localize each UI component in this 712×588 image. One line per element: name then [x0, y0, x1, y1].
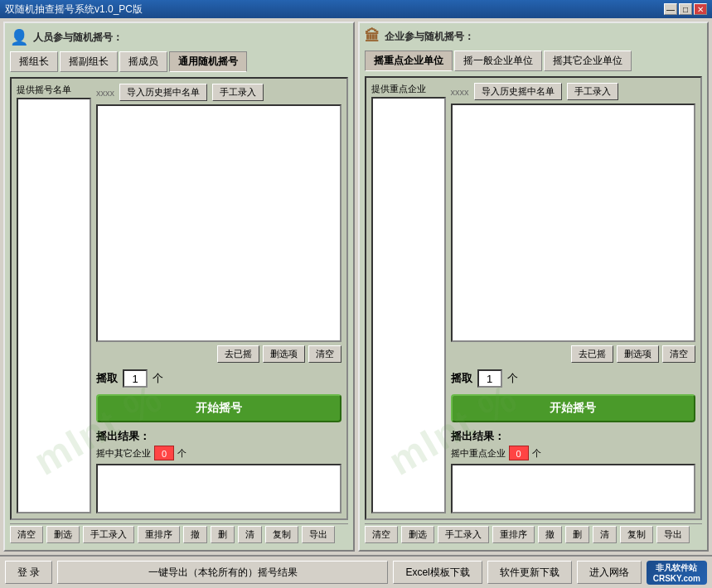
- right-panel: 🏛 企业参与随机摇号： 摇重点企业单位 摇一般企业单位 摇其它企业单位 提供重点…: [358, 22, 710, 552]
- one-key-button[interactable]: 一键导出（本轮所有的）摇号结果: [57, 561, 388, 584]
- title-bar-buttons: — □ ✕: [664, 3, 707, 15]
- right-result-list[interactable]: [451, 464, 696, 513]
- right-result-text: 摇中重点企业: [451, 447, 506, 460]
- tab-general[interactable]: 通用随机摇号: [169, 51, 247, 72]
- right-start-shake-btn[interactable]: 开始摇号: [451, 394, 696, 422]
- left-shake-row: 摇取 个: [96, 369, 341, 388]
- left-manual-btn[interactable]: 手工录入: [83, 526, 134, 543]
- left-result-list[interactable]: [96, 464, 341, 513]
- left-bottom-toolbar: 清空 删选 手工录入 重排序 撤 删 清 复制 导出: [10, 523, 348, 545]
- right-panel-title: 🏛 企业参与随机摇号：: [365, 28, 703, 46]
- right-filter-btn[interactable]: 删选项: [617, 345, 659, 363]
- logo-line1: 非凡软件站: [656, 562, 697, 574]
- right-delete-btn[interactable]: 删: [565, 526, 589, 543]
- left-xxxx: xxxx: [96, 88, 114, 98]
- left-panel-title: 👤 人员参与随机摇号：: [10, 28, 348, 46]
- right-export-btn[interactable]: 导出: [656, 526, 690, 543]
- left-tabs: 摇组长 摇副组长 摇成员 通用随机摇号: [10, 51, 348, 72]
- ge-label: 个: [153, 371, 163, 386]
- import-history-btn[interactable]: 导入历史摇中名单: [119, 84, 207, 101]
- right-manual-btn[interactable]: 手工录入: [438, 526, 489, 543]
- filter-btn[interactable]: 删选项: [263, 345, 305, 363]
- result-count: 0: [154, 446, 174, 460]
- enter-network-button[interactable]: 进入网络: [577, 561, 642, 584]
- excel-download-button[interactable]: Excel模板下载: [393, 561, 482, 584]
- building-icon: 🏛: [365, 28, 380, 46]
- clear-btn[interactable]: 清空: [308, 345, 341, 363]
- right-import-history-btn[interactable]: 导入历史摇中名单: [474, 83, 562, 100]
- right-result-label: 摇出结果：: [451, 429, 696, 444]
- logo-line2: CRSKY.com: [653, 574, 700, 583]
- right-clear-btn2[interactable]: 清空: [365, 526, 398, 543]
- left-mid-listbox[interactable]: [96, 104, 341, 342]
- maximize-button[interactable]: □: [679, 3, 692, 15]
- result-ge: 个: [177, 447, 186, 460]
- title-bar: 双随机抽查摇号系统v1.0_PC版 — □ ✕: [0, 0, 712, 18]
- left-export-btn[interactable]: 导出: [302, 526, 335, 543]
- result-text: 摇中其它企业: [96, 447, 151, 460]
- person-icon: 👤: [10, 28, 28, 46]
- right-mid-header: xxxx 导入历史摇中名单 手工录入: [451, 83, 696, 100]
- result-section: 摇出结果： 摇中其它企业 0 个: [96, 426, 341, 513]
- tab-yaochengyuan[interactable]: 摇成员: [119, 51, 167, 72]
- tab-general-enterprise[interactable]: 摇一般企业单位: [454, 51, 542, 71]
- right-list-col: 提供重点企业: [371, 83, 446, 513]
- left-clear2-btn[interactable]: 清: [238, 526, 262, 543]
- right-clear-btn[interactable]: 清空: [662, 345, 695, 363]
- right-ge-label: 个: [507, 371, 518, 386]
- tab-yaofuzu[interactable]: 摇副组长: [60, 51, 118, 72]
- left-clear-btn[interactable]: 清空: [10, 526, 43, 543]
- right-shake-row: 摇取 个: [451, 369, 696, 388]
- right-result-row: 摇中重点企业 0 个: [451, 446, 696, 460]
- right-listbox[interactable]: [371, 97, 446, 513]
- right-filter-btn2[interactable]: 删选: [401, 526, 434, 543]
- left-listbox[interactable]: [17, 98, 91, 513]
- right-provide-label: 提供重点企业: [371, 83, 446, 95]
- left-delete-btn[interactable]: 删: [211, 526, 235, 543]
- left-undo-btn[interactable]: 撤: [183, 526, 207, 543]
- right-manual-input-btn[interactable]: 手工录入: [567, 83, 618, 100]
- right-xxxx: xxxx: [451, 87, 469, 97]
- right-top-row: 提供重点企业 xxxx 导入历史摇中名单 手工录入: [371, 83, 696, 513]
- right-row-btns: 去已摇 删选项 清空: [451, 345, 696, 363]
- right-mid-listbox[interactable]: [451, 104, 696, 342]
- right-clear3-btn[interactable]: 清: [593, 526, 617, 543]
- right-copy-btn[interactable]: 复制: [620, 526, 653, 543]
- right-mid-col: xxxx 导入历史摇中名单 手工录入 去已摇 删选项 清空: [451, 83, 696, 513]
- provide-label: 提供摇号名单: [17, 84, 91, 96]
- left-panel: 👤 人员参与随机摇号： 摇组长 摇副组长 摇成员 通用随机摇号 提供摇号名单: [3, 22, 355, 552]
- left-filter-btn[interactable]: 删选: [46, 526, 80, 543]
- manual-input-btn[interactable]: 手工录入: [212, 84, 264, 101]
- left-top-row: 提供摇号名单 xxxx 导入历史摇中名单 手工录入: [17, 84, 341, 513]
- right-shake-extract-label: 摇取: [451, 371, 472, 386]
- login-button[interactable]: 登 录: [5, 561, 52, 584]
- right-go-yao-btn[interactable]: 去已摇: [571, 345, 613, 363]
- tab-key-enterprise[interactable]: 摇重点企业单位: [365, 51, 453, 71]
- software-update-button[interactable]: 软件更新下载: [487, 561, 572, 584]
- logo-text: 非凡软件站 CRSKY.com: [653, 562, 700, 583]
- go-yao-btn[interactable]: 去已摇: [217, 345, 259, 363]
- footer-bar: 登 录 一键导出（本轮所有的）摇号结果 Excel模板下载 软件更新下载 进入网…: [0, 555, 712, 588]
- left-reorder-btn[interactable]: 重排序: [138, 526, 180, 543]
- tab-other-enterprise[interactable]: 摇其它企业单位: [544, 51, 632, 71]
- left-row-btns: 去已摇 删选项 清空: [96, 345, 341, 363]
- right-undo-btn[interactable]: 撤: [538, 526, 562, 543]
- result-label: 摇出结果：: [96, 429, 341, 444]
- right-result-section: 摇出结果： 摇中重点企业 0 个: [451, 426, 696, 513]
- shake-extract-label: 摇取: [96, 371, 118, 386]
- right-result-count: 0: [509, 446, 529, 460]
- close-button[interactable]: ✕: [694, 3, 707, 15]
- right-inner: 提供重点企业 xxxx 导入历史摇中名单 手工录入: [365, 76, 703, 520]
- left-copy-btn[interactable]: 复制: [265, 526, 298, 543]
- left-list-col: 提供摇号名单: [17, 84, 91, 513]
- shake-count-input[interactable]: [123, 369, 148, 388]
- right-bottom-toolbar: 清空 删选 手工录入 重排序 撤 删 清 复制 导出: [365, 523, 703, 545]
- right-shake-count-input[interactable]: [477, 369, 502, 388]
- tab-yaozu[interactable]: 摇组长: [10, 51, 58, 72]
- window-title: 双随机抽查摇号系统v1.0_PC版: [5, 2, 143, 17]
- minimize-button[interactable]: —: [664, 3, 677, 15]
- panels-row: 👤 人员参与随机摇号： 摇组长 摇副组长 摇成员 通用随机摇号 提供摇号名单: [0, 18, 712, 555]
- main-window: 👤 人员参与随机摇号： 摇组长 摇副组长 摇成员 通用随机摇号 提供摇号名单: [0, 18, 712, 588]
- start-shake-btn[interactable]: 开始摇号: [96, 394, 341, 422]
- right-reorder-btn[interactable]: 重排序: [492, 526, 535, 543]
